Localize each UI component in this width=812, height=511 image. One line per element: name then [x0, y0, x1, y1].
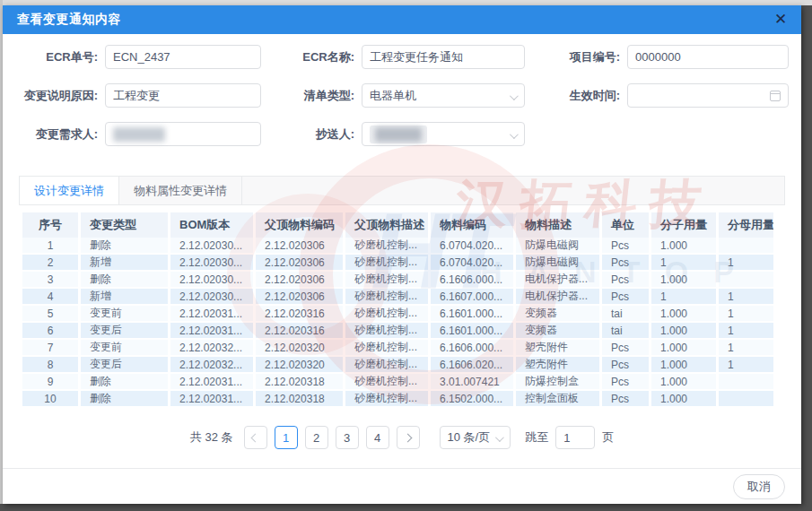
next-page-button[interactable] — [397, 426, 420, 449]
table-cell — [719, 238, 773, 255]
page-size-select[interactable]: 10 条/页 — [440, 426, 511, 449]
table-row[interactable]: 5变更前2.12.02031...2.12.020316砂磨机控制...6.16… — [22, 306, 773, 323]
table-cell: Pcs — [602, 289, 651, 306]
close-icon[interactable]: ✕ — [771, 10, 790, 30]
table-cell: 4 — [22, 289, 81, 306]
table-row[interactable]: 2新增2.12.02030...2.12.020306砂磨机控制...6.070… — [22, 255, 773, 272]
modal-header: 查看变更通知内容 ✕ — [3, 5, 801, 34]
column-header: 父顶物料编码 — [256, 212, 345, 238]
field-change-requester: 变更需求人: — [19, 122, 261, 146]
chevron-down-icon — [495, 433, 504, 442]
table-cell: 控制盒面板 — [516, 391, 602, 408]
table-cell: 1.000 — [651, 374, 719, 391]
table-cell — [719, 391, 773, 408]
page-button-1[interactable]: 1 — [275, 426, 298, 449]
change-requester-input[interactable] — [105, 122, 261, 146]
field-ecr-number: ECR单号: — [19, 45, 261, 69]
table-cell: 6.1601.000... — [431, 323, 516, 340]
table-cell — [719, 374, 773, 391]
table-cell: 删除 — [81, 391, 170, 408]
effective-date-label: 生效时间: — [525, 88, 620, 104]
column-header: 父顶物料描述 — [345, 212, 431, 238]
page-button-2[interactable]: 2 — [305, 426, 328, 449]
redacted-name — [375, 127, 422, 142]
ecr-name-input[interactable] — [362, 45, 525, 69]
table-cell: 2.12.02031... — [170, 323, 256, 340]
table-cell: 防爆电磁阀 — [516, 255, 602, 272]
column-header: 分母用量 — [719, 212, 773, 238]
table-row[interactable]: 8变更后2.12.02032...2.12.020320砂磨机控制...6.16… — [22, 357, 773, 374]
table-cell: 1 — [719, 357, 773, 374]
table-cell: 电机保护器... — [516, 289, 602, 306]
cc-person-select[interactable] — [362, 122, 525, 146]
total-count: 共 32 条 — [190, 429, 233, 446]
change-reason-label: 变更说明原因: — [19, 88, 98, 104]
table-cell: tai — [602, 306, 651, 323]
table-cell: 1.000 — [651, 391, 719, 408]
cc-person-label: 抄送人: — [261, 126, 354, 143]
form-area: ECR单号: ECR名称: 项目编号: 变更说明原因: 清单类型: 电器单机 — [3, 34, 801, 146]
table-cell: 2.12.02031... — [170, 306, 256, 323]
table-cell: 删除 — [81, 272, 170, 289]
table-cell: 3.01.007421 — [431, 374, 516, 391]
table-cell: 2.12.020318 — [256, 374, 345, 391]
table-row[interactable]: 4新增2.12.02030...2.12.020306砂磨机控制...6.160… — [22, 289, 773, 306]
table-cell: 变频器 — [516, 323, 602, 340]
table-cell: 6.1502.000... — [431, 391, 516, 408]
project-number-input[interactable] — [627, 45, 789, 69]
table-row[interactable]: 6变更后2.12.02031...2.12.020316砂磨机控制...6.16… — [22, 323, 773, 340]
table-cell: 2.12.020320 — [256, 340, 345, 357]
page-button-4[interactable]: 4 — [366, 426, 389, 449]
table-row[interactable]: 1删除2.12.02030...2.12.020306砂磨机控制...6.070… — [22, 238, 773, 255]
field-list-type: 清单类型: 电器单机 — [261, 83, 525, 108]
ecr-name-label: ECR名称: — [261, 49, 354, 65]
table-cell: 6.1601.000... — [431, 306, 516, 323]
cancel-button[interactable]: 取消 — [733, 474, 785, 499]
chevron-right-icon — [404, 433, 413, 442]
jump-page-input[interactable] — [555, 426, 595, 449]
table-cell: 5 — [22, 306, 81, 323]
list-type-value: 电器单机 — [370, 88, 416, 104]
field-project-number: 项目编号: — [525, 45, 789, 69]
jump-unit: 页 — [602, 429, 614, 446]
table-body: 1删除2.12.02030...2.12.020306砂磨机控制...6.070… — [22, 238, 773, 408]
column-header: 分子用量 — [651, 212, 719, 238]
field-ecr-name: ECR名称: — [261, 45, 525, 69]
table-row[interactable]: 7变更前2.12.02032...2.12.020320砂磨机控制...6.16… — [22, 340, 773, 357]
change-reason-input[interactable] — [105, 83, 261, 108]
table-row[interactable]: 10删除2.12.02031...2.12.020318砂磨机控制...6.15… — [22, 391, 773, 408]
form-row-3: 变更需求人: 抄送人: — [19, 122, 789, 146]
ecr-number-input[interactable] — [105, 45, 261, 69]
table-cell: 2.12.020306 — [256, 238, 345, 255]
table-cell: 2.12.02030... — [170, 238, 256, 255]
table-cell: Pcs — [602, 255, 651, 272]
change-requester-label: 变更需求人: — [19, 126, 98, 143]
field-cc-person: 抄送人: — [261, 122, 525, 146]
table-cell: 1 — [22, 238, 81, 255]
table-cell: 2.12.02031... — [170, 374, 256, 391]
table-row[interactable]: 3删除2.12.02030...2.12.020306砂磨机控制...6.160… — [22, 272, 773, 289]
detail-tabs: 设计变更详情 物料属性变更详情 — [19, 176, 785, 205]
table-cell: 塑壳附件 — [516, 357, 602, 374]
tab-material-attr-change-detail[interactable]: 物料属性变更详情 — [119, 177, 242, 204]
jump-label: 跳至 — [525, 429, 548, 446]
tab-design-change-detail[interactable]: 设计变更详情 — [20, 177, 119, 204]
table-cell: 2.12.020318 — [256, 391, 345, 408]
table-cell: 8 — [22, 357, 81, 374]
table-cell: 砂磨机控制... — [345, 289, 431, 306]
pagination: 共 32 条 1234 10 条/页 跳至 页 — [3, 426, 801, 449]
chevron-down-icon — [510, 130, 519, 139]
page-button-3[interactable]: 3 — [336, 426, 359, 449]
table-cell: 1.000 — [651, 340, 719, 357]
effective-date-input[interactable] — [627, 83, 789, 108]
table-cell: 新增 — [81, 289, 170, 306]
table-cell: 2.12.020306 — [256, 289, 345, 306]
list-type-select[interactable]: 电器单机 — [362, 83, 525, 108]
table-cell: 2.12.02031... — [170, 391, 256, 408]
table-row[interactable]: 9删除2.12.02031...2.12.020318砂磨机控制...3.01.… — [22, 374, 773, 391]
prev-page-button[interactable] — [244, 426, 267, 449]
table-cell: 2.12.02032... — [170, 357, 256, 374]
column-header: 序号 — [22, 212, 81, 238]
table-cell: 2.12.020306 — [256, 255, 345, 272]
table-cell: 9 — [22, 374, 81, 391]
